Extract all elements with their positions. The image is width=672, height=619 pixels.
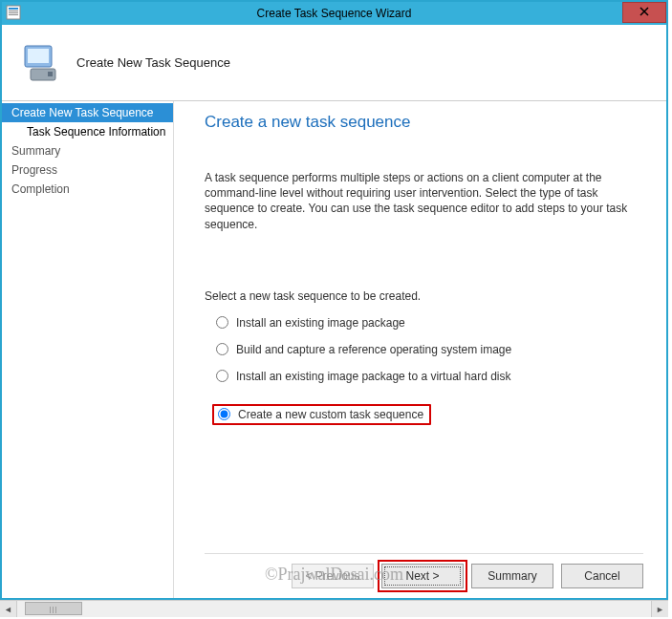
radio-install-vhd[interactable]: [216, 370, 228, 382]
chevron-left-icon: ◄: [4, 605, 12, 614]
svg-rect-4: [9, 14, 18, 15]
close-icon: [639, 6, 649, 19]
option-label: Create a new custom task sequence: [238, 408, 423, 421]
computer-icon: [19, 40, 65, 86]
next-button[interactable]: Next >: [381, 564, 464, 588]
select-label: Select a new task sequence to be created…: [205, 289, 643, 303]
options-group: Install an existing image package Build …: [205, 316, 643, 438]
svg-rect-6: [28, 49, 49, 63]
radio-custom[interactable]: [218, 408, 230, 420]
scroll-right-button[interactable]: ►: [651, 601, 668, 617]
button-bar: < Previous Next > Summary Cancel: [205, 553, 643, 598]
scroll-thumb[interactable]: |||: [25, 602, 82, 615]
wizard-body: Create New Task Sequence Task Sequence I…: [2, 101, 666, 598]
main-panel: Create a new task sequence A task sequen…: [174, 101, 666, 598]
svg-rect-3: [9, 12, 18, 13]
scroll-track[interactable]: |||: [17, 601, 651, 617]
option-label: Install an existing image package: [236, 316, 405, 330]
previous-button: < Previous: [292, 564, 374, 588]
radio-install-existing[interactable]: [216, 316, 228, 329]
title-bar: Create Task Sequence Wizard: [2, 2, 666, 25]
option-install-vhd[interactable]: Install an existing image package to a v…: [216, 370, 643, 383]
grip-icon: |||: [49, 605, 57, 613]
option-install-existing[interactable]: Install an existing image package: [216, 316, 643, 330]
svg-rect-1: [9, 8, 18, 10]
cancel-button[interactable]: Cancel: [561, 564, 643, 588]
svg-rect-2: [9, 11, 18, 11]
sidebar-step-task-info[interactable]: Task Sequence Information: [2, 122, 173, 141]
sidebar-step-progress[interactable]: Progress: [2, 160, 173, 180]
sidebar-step-create-new[interactable]: Create New Task Sequence: [2, 103, 173, 122]
wizard-header: Create New Task Sequence: [2, 25, 666, 101]
page-description: A task sequence performs multiple steps …: [205, 170, 643, 232]
close-button[interactable]: [622, 2, 666, 23]
option-label: Install an existing image package to a v…: [236, 370, 511, 383]
radio-build-capture[interactable]: [216, 343, 228, 355]
sidebar: Create New Task Sequence Task Sequence I…: [2, 101, 174, 598]
horizontal-scrollbar[interactable]: ◄ ||| ►: [0, 600, 668, 617]
wizard-window: Create Task Sequence Wizard Create New T…: [0, 0, 668, 600]
window-title: Create Task Sequence Wizard: [257, 7, 412, 20]
summary-button[interactable]: Summary: [471, 564, 553, 588]
option-label: Build and capture a reference operating …: [236, 343, 511, 356]
header-title: Create New Task Sequence: [76, 55, 230, 70]
page-title: Create a new task sequence: [205, 113, 643, 132]
app-icon: [6, 5, 21, 20]
option-custom[interactable]: Create a new custom task sequence: [212, 404, 431, 425]
svg-rect-8: [48, 72, 53, 76]
chevron-right-icon: ►: [656, 605, 664, 614]
sidebar-step-completion[interactable]: Completion: [2, 180, 173, 199]
sidebar-step-summary[interactable]: Summary: [2, 141, 173, 160]
option-build-capture[interactable]: Build and capture a reference operating …: [216, 343, 643, 356]
scroll-left-button[interactable]: ◄: [0, 601, 17, 617]
